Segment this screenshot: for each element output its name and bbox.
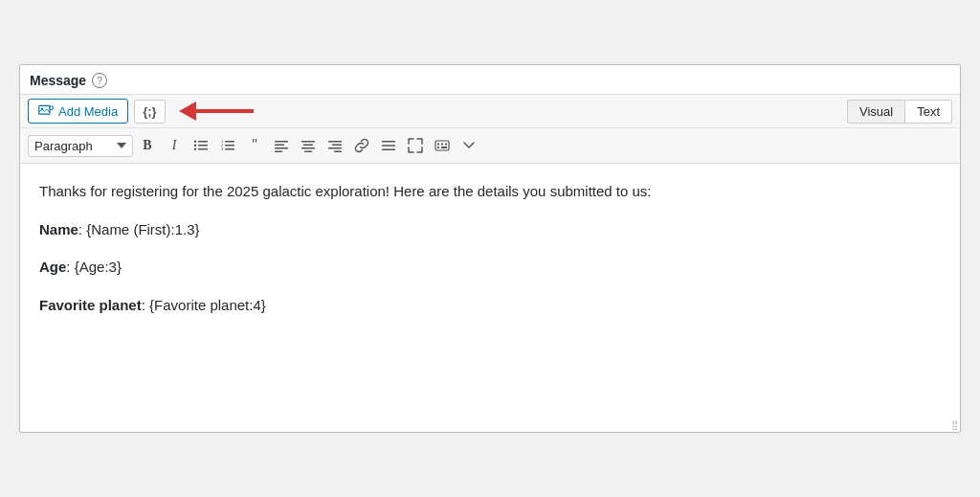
svg-rect-0 xyxy=(39,105,50,114)
tab-visual[interactable]: Visual xyxy=(847,100,904,124)
add-media-label: Add Media xyxy=(58,104,118,119)
svg-rect-35 xyxy=(445,144,447,146)
planet-label: Favorite planet xyxy=(39,297,142,313)
toolbar-toggle-button[interactable] xyxy=(457,133,481,158)
shortcode-label: {;} xyxy=(143,104,156,119)
toolbar-top-left: Add Media {;} xyxy=(28,99,254,124)
toolbar-top: Add Media {;} Visual Text xyxy=(20,94,960,128)
svg-rect-31 xyxy=(382,149,395,151)
svg-point-9 xyxy=(194,145,196,147)
svg-rect-25 xyxy=(328,141,342,143)
horizontal-rule-button[interactable] xyxy=(376,133,401,158)
format-toolbar: Paragraph Heading 1 Heading 2 Heading 3 … xyxy=(20,128,960,164)
svg-rect-6 xyxy=(198,145,208,147)
editor-wrapper: Thanks for registering for the 2025 gala… xyxy=(20,164,960,432)
unordered-list-button[interactable] xyxy=(189,133,213,158)
svg-rect-30 xyxy=(382,145,395,147)
fullscreen-button[interactable] xyxy=(403,133,428,158)
bold-button[interactable]: B xyxy=(135,133,160,158)
svg-rect-37 xyxy=(441,147,445,148)
svg-rect-20 xyxy=(275,151,282,153)
italic-button[interactable]: I xyxy=(162,133,187,158)
svg-rect-38 xyxy=(445,147,447,148)
content-age-line: Age: {Age:3} xyxy=(39,255,941,280)
help-icon[interactable]: ? xyxy=(92,73,107,88)
svg-rect-22 xyxy=(303,145,313,147)
svg-rect-32 xyxy=(435,141,449,150)
svg-rect-27 xyxy=(328,147,342,149)
add-media-icon xyxy=(38,103,54,119)
content-planet-line: Favorite planet: {Favorite planet:4} xyxy=(39,293,941,318)
svg-rect-28 xyxy=(334,151,342,153)
svg-rect-34 xyxy=(441,144,443,146)
svg-rect-21 xyxy=(301,141,315,143)
svg-point-8 xyxy=(194,141,196,143)
view-tabs: Visual Text xyxy=(847,100,952,124)
paragraph-select[interactable]: Paragraph Heading 1 Heading 2 Heading 3 … xyxy=(28,135,133,157)
add-media-button[interactable]: Add Media xyxy=(28,99,128,124)
age-label: Age xyxy=(39,259,66,275)
svg-text:3: 3 xyxy=(221,147,224,151)
age-value: : {Age:3} xyxy=(66,259,122,275)
svg-rect-33 xyxy=(437,144,439,146)
align-right-button[interactable] xyxy=(323,133,347,158)
svg-rect-36 xyxy=(437,147,439,148)
svg-rect-18 xyxy=(275,145,284,147)
editor-content[interactable]: Thanks for registering for the 2025 gala… xyxy=(20,164,960,432)
align-center-button[interactable] xyxy=(296,133,321,158)
field-label: Message xyxy=(30,73,86,88)
name-label: Name xyxy=(39,221,78,237)
name-value: : {Name (First):1.3} xyxy=(78,221,200,237)
svg-rect-7 xyxy=(198,148,208,150)
blockquote-button[interactable]: " xyxy=(242,133,267,158)
svg-rect-5 xyxy=(198,141,208,143)
svg-rect-26 xyxy=(332,145,342,147)
svg-rect-19 xyxy=(275,147,288,149)
svg-rect-17 xyxy=(275,141,288,143)
tab-text[interactable]: Text xyxy=(904,100,952,124)
svg-rect-23 xyxy=(301,147,315,149)
keyboard-shortcuts-button[interactable] xyxy=(430,133,455,158)
label-row: Message ? xyxy=(20,65,960,94)
svg-rect-12 xyxy=(225,145,234,147)
svg-point-10 xyxy=(194,148,196,150)
align-left-button[interactable] xyxy=(269,133,294,158)
svg-rect-11 xyxy=(225,141,234,143)
arrow-body xyxy=(196,109,254,113)
svg-rect-29 xyxy=(382,141,395,143)
red-arrow-annotation xyxy=(181,102,254,121)
ordered-list-button[interactable]: 123 xyxy=(215,133,240,158)
svg-rect-13 xyxy=(225,148,234,150)
content-name-line: Name: {Name (First):1.3} xyxy=(39,217,941,242)
shortcode-button[interactable]: {;} xyxy=(134,100,165,124)
arrow-head xyxy=(179,102,196,121)
message-editor-container: Message ? Add Media {;} xyxy=(19,64,961,433)
svg-rect-24 xyxy=(304,151,312,153)
planet-value: : {Favorite planet:4} xyxy=(142,297,266,313)
link-button[interactable] xyxy=(349,133,374,158)
resize-handle[interactable]: ⣿ xyxy=(951,419,958,430)
content-line1: Thanks for registering for the 2025 gala… xyxy=(39,179,941,204)
